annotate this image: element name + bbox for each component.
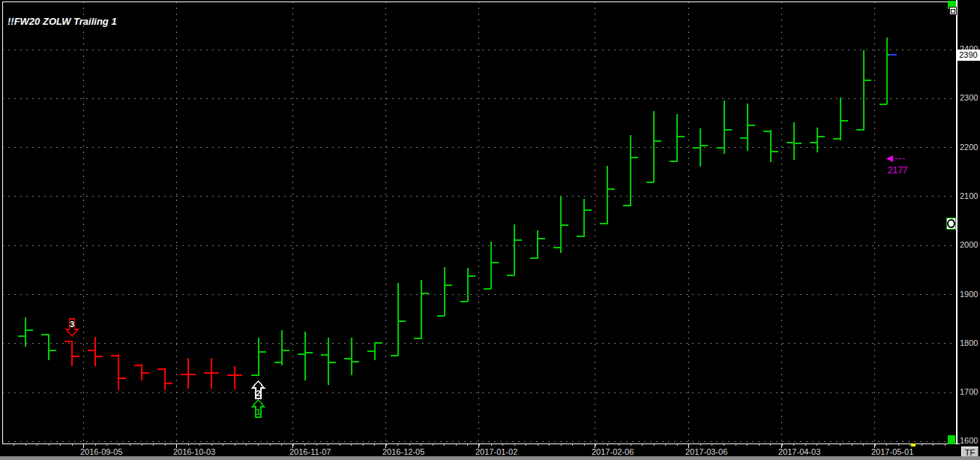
ohlc-bar: [484, 242, 499, 289]
ohlc-bar: [833, 98, 848, 140]
scroll-handle-bottom[interactable]: [948, 435, 955, 444]
y-axis-label: 2300: [960, 93, 978, 102]
ohlc-bar: [670, 114, 685, 162]
y-axis-label: 1600: [960, 436, 978, 445]
svg-text:2: 2: [256, 389, 260, 398]
ohlc-bar: [717, 101, 732, 154]
ohlc-bar: [181, 358, 196, 389]
x-axis-label: 2017-04-03: [778, 447, 820, 456]
ohlc-bar: [204, 358, 219, 389]
ohlc-bar: [460, 268, 475, 302]
svg-text:1: 1: [256, 407, 260, 416]
buy-signal-arrow-icon: 2: [253, 381, 265, 398]
ohlc-bar: [227, 366, 242, 389]
sell-signal-arrow-icon: 3: [66, 319, 78, 336]
ohlc-bar: [18, 317, 33, 347]
x-axis-label: 2016-12-05: [382, 447, 424, 456]
x-axis-label: 2016-09-05: [80, 447, 122, 456]
ohlc-bar: [856, 50, 871, 130]
ohlc-bar: [298, 332, 313, 380]
y-axis-label: 1800: [960, 338, 978, 347]
ohlc-bar: [111, 354, 126, 390]
ohlc-bar: [623, 135, 638, 206]
ohlc-bar: [64, 341, 79, 367]
x-axis-label: 2017-05-01: [871, 447, 913, 456]
ohlc-bar: [577, 199, 592, 237]
window-bottom-edge: [0, 456, 980, 460]
ohlc-bar: [810, 128, 825, 152]
price-chart[interactable]: 3212177: [0, 0, 980, 460]
ohlc-bar: [530, 230, 545, 259]
trailing-stop-price-label: 2177: [888, 165, 908, 176]
ohlc-bar: [134, 364, 149, 380]
current-price-label: 2390: [957, 50, 980, 61]
y-axis-label: 2200: [960, 143, 978, 152]
ohlc-bar: [787, 122, 802, 160]
y-axis-label: 2100: [960, 191, 978, 200]
buy-signal-arrow-icon: 1: [253, 400, 265, 417]
ohlc-bar: [740, 104, 755, 151]
restore-box[interactable]: [949, 7, 957, 15]
y-axis-label: 2000: [960, 240, 978, 249]
ohlc-bar: [763, 130, 778, 162]
ohlc-bar: [880, 38, 895, 104]
x-axis-label: 2016-10-03: [173, 447, 215, 456]
plot-frame: [2, 0, 960, 444]
ohlc-bar: [600, 166, 615, 224]
chart-window: 3212177 !!FW20 ZOLW Trailing 1 240023002…: [0, 0, 980, 460]
chart-title: !!FW20 ZOLW Trailing 1: [7, 16, 117, 27]
gridlines: [2, 2, 956, 443]
ohlc-bar: [367, 342, 382, 360]
svg-text:3: 3: [70, 320, 74, 329]
ohlc-bar: [88, 337, 103, 366]
ohlc-bar: [321, 338, 336, 385]
trailing-stop-arrow-icon: 2177: [886, 155, 908, 176]
ohlc-bar: [553, 197, 568, 253]
ohlc-bar: [41, 334, 56, 360]
ohlc-bar: [693, 128, 708, 167]
ohlc-bar: [414, 280, 429, 339]
ohlc-bar: [646, 111, 661, 182]
restore-box-glyph: [951, 9, 955, 14]
current-bar-marker: [911, 443, 916, 446]
x-axis-label: 2016-11-07: [289, 447, 331, 456]
scroll-thumb[interactable]: [946, 218, 956, 230]
x-axis-label: 2017-03-06: [685, 447, 727, 456]
x-axis-label: 2017-01-02: [475, 447, 517, 456]
ohlc-bars: [18, 38, 895, 390]
x-axis-label: 2017-02-06: [592, 447, 634, 456]
scroll-thumb-circle-icon: [947, 219, 955, 228]
y-axis-label: 1900: [960, 290, 978, 299]
ohlc-bar: [437, 267, 452, 316]
ohlc-bar: [157, 368, 172, 390]
ohlc-bar: [391, 283, 406, 356]
ohlc-bar: [274, 330, 289, 365]
ohlc-bar: [507, 224, 522, 275]
y-axis-label: 1700: [960, 387, 978, 396]
ohlc-bar: [251, 338, 266, 376]
